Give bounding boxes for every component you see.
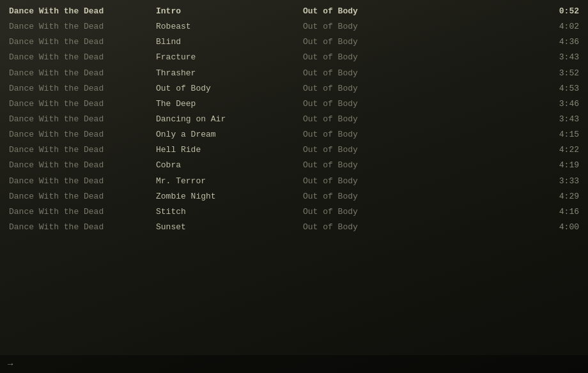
track-artist: Dance With the Dead (9, 51, 156, 64)
track-title: Hell Ride (156, 144, 303, 156)
track-title: Dancing on Air (156, 113, 303, 126)
table-row[interactable]: Dance With the DeadOut of BodyOut of Bod… (0, 81, 588, 96)
track-title: The Deep (156, 98, 303, 110)
table-row[interactable]: Dance With the DeadDancing on AirOut of … (0, 112, 588, 127)
table-row[interactable]: Dance With the DeadSunsetOut of Body4:00 (0, 220, 588, 235)
track-duration: 4:36 (431, 36, 579, 49)
track-duration: 4:29 (431, 190, 579, 203)
track-title: Only a Dream (156, 128, 303, 141)
track-album: Out of Body (303, 128, 431, 141)
track-title: Robeast (156, 20, 303, 33)
track-duration: 4:22 (431, 144, 579, 156)
track-artist: Dance With the Dead (9, 144, 156, 156)
table-row[interactable]: Dance With the DeadFractureOut of Body3:… (0, 50, 588, 65)
track-duration: 3:43 (431, 113, 579, 126)
table-row[interactable]: Dance With the DeadOnly a DreamOut of Bo… (0, 127, 588, 142)
track-artist: Dance With the Dead (9, 128, 156, 141)
track-duration: 4:16 (431, 206, 579, 218)
bottom-bar: → (0, 355, 588, 373)
track-artist: Dance With the Dead (9, 221, 156, 234)
track-title: Sunset (156, 221, 303, 234)
track-album: Out of Body (303, 175, 431, 188)
track-title: Blind (156, 36, 303, 49)
table-header: Dance With the Dead Intro Out of Body 0:… (0, 4, 588, 19)
track-artist: Dance With the Dead (9, 113, 156, 126)
track-title: Cobra (156, 159, 303, 172)
header-title: Intro (156, 5, 303, 18)
arrow-icon: → (8, 359, 13, 369)
track-artist: Dance With the Dead (9, 206, 156, 218)
track-album: Out of Body (303, 82, 431, 95)
track-artist: Dance With the Dead (9, 98, 156, 110)
table-row[interactable]: Dance With the DeadThrasherOut of Body3:… (0, 66, 588, 81)
track-artist: Dance With the Dead (9, 159, 156, 172)
table-row[interactable]: Dance With the DeadZombie NightOut of Bo… (0, 189, 588, 204)
track-album: Out of Body (303, 36, 431, 49)
track-title: Mr. Terror (156, 175, 303, 188)
table-row[interactable]: Dance With the DeadRobeastOut of Body4:0… (0, 19, 588, 34)
track-album: Out of Body (303, 113, 431, 126)
track-duration: 3:33 (431, 175, 579, 188)
track-duration: 4:53 (431, 82, 579, 95)
track-title: Zombie Night (156, 190, 303, 203)
track-artist: Dance With the Dead (9, 67, 156, 80)
table-row[interactable]: Dance With the DeadThe DeepOut of Body3:… (0, 96, 588, 112)
track-artist: Dance With the Dead (9, 82, 156, 95)
table-row[interactable]: Dance With the DeadBlindOut of Body4:36 (0, 34, 588, 50)
track-album: Out of Body (303, 159, 431, 172)
track-duration: 3:43 (431, 51, 579, 64)
table-row[interactable]: Dance With the DeadHell RideOut of Body4… (0, 142, 588, 158)
track-duration: 3:46 (431, 98, 579, 110)
table-row[interactable]: Dance With the DeadMr. TerrorOut of Body… (0, 174, 588, 189)
track-title: Thrasher (156, 67, 303, 80)
track-album: Out of Body (303, 20, 431, 33)
track-duration: 3:52 (431, 67, 579, 80)
track-title: Out of Body (156, 82, 303, 95)
header-time: 0:52 (431, 5, 579, 18)
track-album: Out of Body (303, 51, 431, 64)
track-duration: 4:15 (431, 128, 579, 141)
header-artist: Dance With the Dead (9, 5, 156, 18)
track-artist: Dance With the Dead (9, 175, 156, 188)
track-album: Out of Body (303, 144, 431, 156)
track-album: Out of Body (303, 206, 431, 218)
table-row[interactable]: Dance With the DeadCobraOut of Body4:19 (0, 158, 588, 173)
track-artist: Dance With the Dead (9, 190, 156, 203)
track-duration: 4:00 (431, 221, 579, 234)
track-duration: 4:02 (431, 20, 579, 33)
track-list: Dance With the Dead Intro Out of Body 0:… (0, 0, 588, 235)
track-title: Fracture (156, 51, 303, 64)
header-album: Out of Body (303, 5, 431, 18)
track-album: Out of Body (303, 67, 431, 80)
track-artist: Dance With the Dead (9, 20, 156, 33)
track-artist: Dance With the Dead (9, 36, 156, 49)
track-duration: 4:19 (431, 159, 579, 172)
track-album: Out of Body (303, 190, 431, 203)
track-album: Out of Body (303, 221, 431, 234)
track-title: Stitch (156, 206, 303, 218)
table-row[interactable]: Dance With the DeadStitchOut of Body4:16 (0, 204, 588, 220)
track-album: Out of Body (303, 98, 431, 110)
